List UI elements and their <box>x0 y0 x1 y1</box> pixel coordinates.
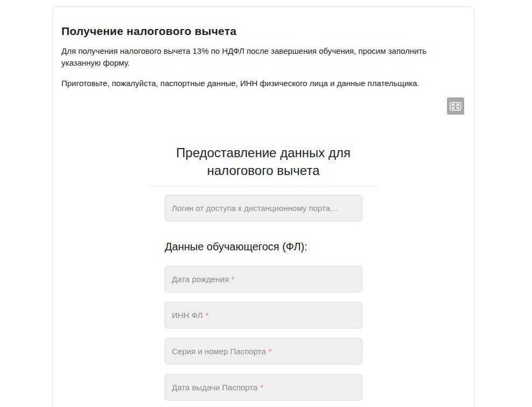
required-asterisk: * <box>260 383 263 392</box>
page: Получение налогового вычета Для получени… <box>0 0 532 407</box>
birth-date-field[interactable]: Дата рождения * <box>165 266 362 292</box>
field-placeholder: Серия и номер Паспорта <box>172 347 266 356</box>
fullscreen-expand-icon <box>450 102 461 111</box>
required-asterisk: * <box>205 311 208 320</box>
student-data-section-heading: Данные обучающегося (ФЛ): <box>165 241 307 253</box>
required-asterisk: * <box>269 347 272 356</box>
inn-field[interactable]: ИНН ФЛ * <box>165 302 362 328</box>
field-placeholder: Дата рождения <box>172 275 229 284</box>
content-card: Получение налогового вычета Для получени… <box>52 6 474 407</box>
form-title: Предоставление данных для налогового выч… <box>156 144 371 179</box>
intro-paragraph-2: Приготовьте, пожалуйста, паспортные данн… <box>61 78 460 89</box>
field-placeholder: Логин от доступа к дистанционному порта… <box>172 204 338 213</box>
intro-paragraph-1: Для получения налогового вычета 13% по Н… <box>61 45 438 69</box>
form-title-divider <box>148 186 379 186</box>
passport-number-field[interactable]: Серия и номер Паспорта * <box>165 338 362 364</box>
passport-issue-date-field[interactable]: Дата выдачи Паспорта * <box>165 374 362 401</box>
page-title: Получение налогового вычета <box>61 25 236 38</box>
login-field[interactable]: Логин от доступа к дистанционному порта… <box>165 195 362 221</box>
field-placeholder: ИНН ФЛ <box>172 311 202 320</box>
field-placeholder: Дата выдачи Паспорта <box>172 383 257 392</box>
fullscreen-button[interactable] <box>447 97 464 115</box>
required-asterisk: * <box>232 275 235 284</box>
